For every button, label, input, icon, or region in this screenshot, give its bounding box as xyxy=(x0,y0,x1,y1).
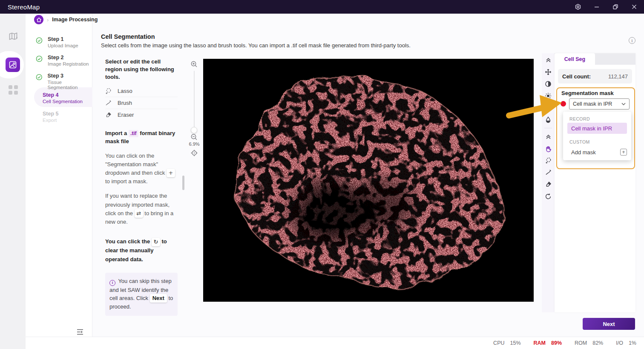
menu-item-cell-mask-in-ipr[interactable]: Cell mask in IPR xyxy=(567,123,627,134)
step-sublabel: Tissue Segmentation xyxy=(48,80,92,90)
step-label: Step 1 xyxy=(48,36,78,42)
skip-step-note: i You can skip this step and let SAW ide… xyxy=(105,273,178,316)
check-icon xyxy=(36,37,43,44)
minimize-icon[interactable] xyxy=(592,2,601,12)
mask-color-swatch[interactable] xyxy=(561,101,566,107)
cpu-stat: CPU 15% xyxy=(493,340,520,346)
cell-count-label: Cell count: xyxy=(562,73,591,80)
cell-count-row: Cell count: 112,147 xyxy=(558,69,632,84)
apps-grid-icon[interactable] xyxy=(8,84,19,95)
import-heading: Import a .tif format binary mask file xyxy=(105,130,178,146)
restore-icon[interactable] xyxy=(611,2,620,12)
chevron-right-icon: › xyxy=(47,17,49,23)
eraser-tool-row[interactable]: Eraser xyxy=(105,109,178,121)
step-label: Step 3 xyxy=(48,73,92,79)
step-2-image-registration[interactable]: Step 2 Image Registration xyxy=(36,55,89,66)
lasso-icon xyxy=(105,88,112,94)
levels-grid-icon[interactable] xyxy=(545,104,552,111)
home-icon[interactable] xyxy=(34,15,43,24)
tif-badge: .tif xyxy=(129,130,138,137)
custom-caption: CUSTOM xyxy=(569,139,590,144)
tool-label: Lasso xyxy=(118,88,132,94)
cell-seg-panel: Cell Seg Cell count: 112,147 Segmentatio… xyxy=(555,53,635,312)
breadcrumb: › Image Processing xyxy=(34,15,98,24)
page-title: Cell Segmentation xyxy=(101,33,155,40)
info-icon[interactable]: i xyxy=(629,37,635,44)
step-1-upload-image[interactable]: Step 1 Upload Image xyxy=(36,36,78,48)
step-5-export: Step 5 Export xyxy=(43,111,59,123)
image-canvas[interactable] xyxy=(203,59,534,302)
brush-icon[interactable] xyxy=(545,169,552,176)
map-icon[interactable] xyxy=(8,31,19,42)
reset-rotate-icon: ↻ xyxy=(152,238,160,246)
step-4-cell-segmentation[interactable]: Step 4 Cell Segmentation xyxy=(43,92,83,104)
fit-view-icon[interactable] xyxy=(190,149,198,157)
contrast-icon[interactable] xyxy=(545,80,552,87)
swap-arrows-icon: ⇄ xyxy=(135,209,143,218)
io-stat: I/O 1% xyxy=(616,340,636,346)
pan-hand-icon[interactable] xyxy=(545,145,552,152)
page-description: Select cells from the image using the la… xyxy=(101,42,411,49)
brush-icon xyxy=(105,100,112,106)
collapse-up-icon[interactable] xyxy=(545,133,552,140)
left-nav-rail xyxy=(0,14,26,349)
zoom-out-icon[interactable] xyxy=(190,133,198,141)
add-mask-plus-icon[interactable]: + xyxy=(620,149,627,156)
zoom-in-icon[interactable] xyxy=(190,61,198,68)
tool-label: Eraser xyxy=(118,112,134,118)
tool-list: Lasso Brush Eraser xyxy=(105,85,178,121)
add-mask-row[interactable]: Add mask + xyxy=(563,148,631,158)
segmentation-mask-label: Segmentation mask xyxy=(561,90,614,96)
check-icon xyxy=(36,55,43,62)
eraser-icon[interactable] xyxy=(545,181,552,188)
step-label: Step 4 xyxy=(43,92,83,98)
zoom-slider-handle[interactable] xyxy=(191,127,197,133)
lasso-tool-row[interactable]: Lasso xyxy=(105,85,178,97)
panel-tabbar: Cell Seg xyxy=(555,53,635,65)
next-button[interactable]: Next xyxy=(583,318,635,330)
adjust-move-icon[interactable] xyxy=(545,68,552,75)
status-bar: CPU 15% RAM 89% ROM 82% I/O 1% xyxy=(26,337,644,349)
app-title: StereoMap xyxy=(8,3,40,11)
step-sublabel: Upload Image xyxy=(48,43,78,48)
dropdown-value: Cell mask in IPR xyxy=(573,101,612,107)
plus-icon: + xyxy=(167,169,175,177)
viewer-toolbar xyxy=(542,53,555,312)
collapse-panel-icon[interactable] xyxy=(76,328,84,336)
eraser-icon xyxy=(105,112,112,118)
next-keyword-badge: Next xyxy=(150,294,167,303)
instruction-paragraph-1: You can click on the "Segmentation mask"… xyxy=(105,152,178,186)
titlebar: StereoMap xyxy=(0,0,644,14)
toolbar-divider xyxy=(544,128,552,128)
saturation-drop-icon[interactable] xyxy=(545,116,552,123)
add-mask-label: Add mask xyxy=(571,149,596,156)
tool-instructions-panel: Select or edit the cell region using the… xyxy=(105,58,178,316)
step-3-tissue-segmentation[interactable]: Step 3 Tissue Segmentation xyxy=(36,73,92,90)
stereomap-window: StereoMap xyxy=(0,0,644,349)
segmentation-mask-menu: RECORD Cell mask in IPR CUSTOM Add mask … xyxy=(563,112,631,160)
step-sublabel: Image Registration xyxy=(48,61,89,66)
lasso-icon[interactable] xyxy=(545,157,552,164)
collapse-up-icon[interactable] xyxy=(545,56,552,63)
gear-icon[interactable] xyxy=(573,2,583,12)
tab-cell-seg[interactable]: Cell Seg xyxy=(555,53,595,65)
ram-stat: RAM 89% xyxy=(534,340,562,346)
instruction-paragraph-2: If you want to replace the previously im… xyxy=(105,192,178,226)
reset-rotate-icon[interactable] xyxy=(545,193,552,200)
image-icon[interactable] xyxy=(6,58,20,72)
zoom-slider-track[interactable] xyxy=(194,71,195,129)
step-label: Step 2 xyxy=(48,55,89,61)
brightness-icon[interactable] xyxy=(545,92,552,99)
check-icon xyxy=(36,74,43,81)
chevron-down-icon xyxy=(621,103,626,105)
segmentation-mask-dropdown[interactable]: Cell mask in IPR xyxy=(569,98,630,110)
brush-tool-row[interactable]: Brush xyxy=(105,97,178,109)
rom-stat: ROM 82% xyxy=(575,340,603,346)
cell-count-value: 112,147 xyxy=(608,73,628,80)
record-caption: RECORD xyxy=(569,116,590,121)
close-icon[interactable] xyxy=(630,2,639,12)
tool-label: Brush xyxy=(118,100,132,106)
panel-scrollbar-thumb[interactable] xyxy=(182,176,184,190)
step-sublabel: Export xyxy=(43,118,59,123)
step-sublabel: Cell Segmentation xyxy=(43,99,83,104)
